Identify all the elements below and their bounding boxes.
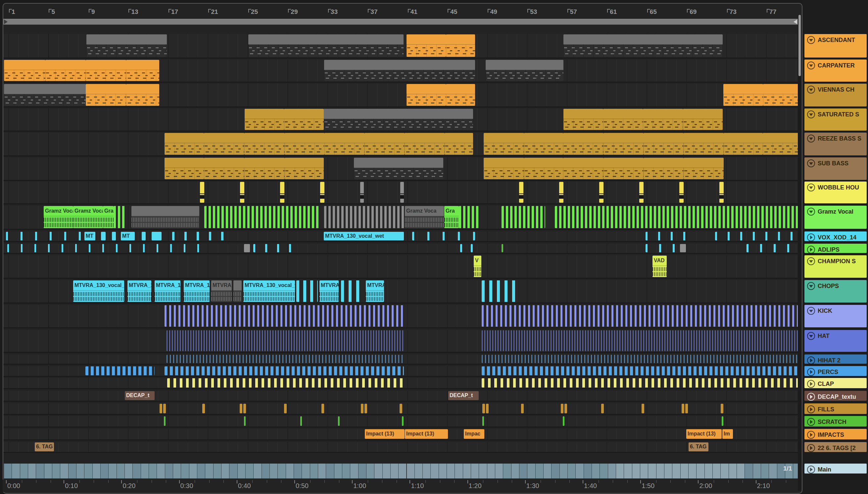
overview-cell[interactable] [600,463,608,478]
clip[interactable] [486,404,489,413]
clip[interactable] [364,404,367,413]
track-lane-viennas-ch[interactable] [3,84,798,108]
overview-cell[interactable] [230,463,237,478]
overview-cell[interactable] [20,463,28,478]
overview-cell[interactable] [681,463,689,478]
overview-cell[interactable] [584,463,592,478]
clip[interactable] [7,244,199,252]
clip[interactable] [555,206,800,228]
track-header-reeze-bass-s[interactable]: REEZE BASS S [804,133,867,155]
clip[interactable] [682,404,684,413]
overview-cell[interactable] [278,463,286,478]
track-lane-fills[interactable] [3,403,798,415]
overview-cell[interactable] [447,463,455,478]
overview-cell[interactable] [326,463,334,478]
overview-cell[interactable] [632,463,640,478]
track-lane-carpanter[interactable] [3,59,798,83]
overview-cell[interactable] [214,463,221,478]
overview-cell[interactable] [125,463,133,478]
overview-cell[interactable] [527,463,535,478]
play-track-icon[interactable] [807,380,815,388]
overview-cell[interactable] [640,463,648,478]
overview-cell[interactable] [52,463,60,478]
clip[interactable] [320,182,324,203]
clip-im[interactable]: Im [722,429,733,439]
clip[interactable] [763,84,800,106]
overview-cell[interactable] [375,463,382,478]
track-header-adlips[interactable]: ADLIPS [804,244,867,253]
track-header-scratch[interactable]: SCRATCH [804,416,867,426]
clip[interactable] [244,158,285,179]
play-track-icon[interactable] [807,405,815,413]
overview-cell[interactable] [294,463,302,478]
fold-track-icon[interactable] [807,135,815,142]
clip[interactable] [166,355,404,363]
clip[interactable] [402,416,403,426]
clip[interactable] [285,158,324,179]
scroll-left-icon[interactable] [794,19,797,24]
clip[interactable] [482,404,485,413]
clip[interactable] [400,182,404,203]
clip[interactable] [163,404,166,413]
clip-mt[interactable]: MT [121,232,135,241]
overview-cell[interactable] [664,463,672,478]
clip[interactable] [341,280,361,302]
scrub-bar[interactable] [3,19,798,25]
clip-mtvra[interactable]: MTVRA [320,280,339,302]
clip-impact-13[interactable]: Impact (13) [686,429,722,439]
clip-mtvra-13[interactable]: MTVRA_13 [155,280,180,302]
overview-cell[interactable] [310,463,318,478]
clip[interactable] [559,182,563,203]
clip[interactable] [406,34,446,57]
clip-impact-13[interactable]: Impact (13) [365,429,404,439]
clip-mtvra[interactable]: MTVRA [366,280,384,302]
play-track-icon[interactable] [807,431,815,439]
overview-cell[interactable] [60,463,68,478]
clip-gramz-voca[interactable]: Gramz Voca [44,206,73,228]
clip[interactable] [126,84,159,106]
main-track-lane[interactable] [3,463,801,478]
clip-impac[interactable]: Impac [464,429,484,439]
overview-cell[interactable] [205,463,213,478]
clip[interactable] [684,133,724,155]
clip[interactable] [445,133,473,155]
clip-mtvra-130-vocal-we[interactable]: MTVRA_130_vocal_we [73,280,124,302]
clip-impact-13[interactable]: Impact (13) [405,429,448,439]
track-lane-adlips[interactable] [3,244,798,254]
clip-gramz-voca[interactable]: Gramz Voca [73,206,103,228]
clip[interactable] [502,244,503,252]
fold-track-icon[interactable] [807,36,815,44]
clip-mtvra-130-vocal-wet[interactable]: MTVRA_130_vocal_wet [324,232,404,241]
track-lane-clap[interactable] [3,378,798,389]
track-lane-ascendant[interactable] [3,34,798,58]
clip[interactable] [643,109,683,130]
track-lane-kick[interactable] [3,305,798,328]
clip[interactable] [284,109,324,130]
clip[interactable] [679,182,684,203]
overview-cell[interactable] [761,463,769,478]
clip[interactable] [164,133,204,155]
clip-gramz-voca[interactable]: Gramz Voca [405,206,444,228]
clip[interactable] [723,84,763,106]
clip[interactable] [164,416,165,426]
overview-cell[interactable] [495,463,503,478]
clip[interactable] [482,280,518,302]
clip[interactable] [763,133,800,155]
clip[interactable] [721,404,723,413]
overview-cell[interactable] [689,463,697,478]
overview-cell[interactable] [109,463,116,478]
clip[interactable] [603,109,643,130]
overview-cell[interactable] [616,463,624,478]
clip[interactable] [324,133,364,155]
fold-track-icon[interactable] [807,159,815,167]
clip[interactable] [563,158,603,179]
overview-cell[interactable] [141,463,149,478]
clip[interactable] [484,133,524,155]
overview-cell[interactable] [133,463,141,478]
clip[interactable] [126,60,159,81]
clip[interactable] [685,404,688,413]
clip[interactable] [601,404,604,413]
overview-cell[interactable] [189,463,197,478]
overview-cell[interactable] [455,463,463,478]
overview-cell[interactable] [4,463,12,478]
